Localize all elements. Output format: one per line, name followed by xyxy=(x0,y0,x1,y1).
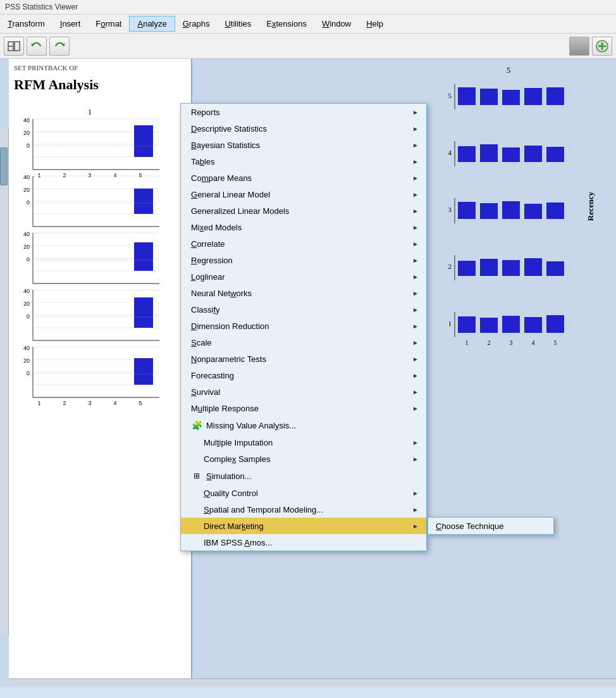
menu-general-linear[interactable]: General Linear Model ► xyxy=(181,186,426,203)
menu-correlate-label: Correlate xyxy=(191,239,407,249)
menu-simulation-label: Simulation... xyxy=(206,471,419,481)
menu-format[interactable]: Format xyxy=(88,16,129,31)
menu-quality-control[interactable]: Quality Control ► xyxy=(181,485,426,501)
menu-ibm-spss-amos[interactable]: IBM SPSS Amos... xyxy=(181,534,426,551)
quality-arrow: ► xyxy=(412,490,419,497)
menu-survival[interactable]: Survival ► xyxy=(181,383,426,400)
scroll-thumb[interactable] xyxy=(0,147,8,185)
menu-analyze[interactable]: Analyze xyxy=(129,16,175,32)
menu-neural-networks[interactable]: Neural Networks ► xyxy=(181,285,426,301)
menu-extensions[interactable]: Extensions xyxy=(259,16,314,31)
toolbar-btn-redo[interactable] xyxy=(49,37,70,56)
menu-correlate[interactable]: Correlate ► xyxy=(181,235,426,252)
regression-arrow: ► xyxy=(412,257,419,264)
svg-text:0: 0 xyxy=(27,142,30,149)
menu-utilities[interactable]: Utilities xyxy=(217,16,259,31)
menu-transform[interactable]: Transform xyxy=(0,16,52,31)
svg-text:20: 20 xyxy=(23,244,30,250)
reports-arrow: ► xyxy=(412,109,419,116)
svg-rect-138 xyxy=(546,315,564,333)
svg-rect-134 xyxy=(458,316,476,333)
nonparametric-arrow: ► xyxy=(412,356,419,363)
svg-rect-46 xyxy=(134,242,153,271)
menu-forecasting[interactable]: Forecasting ► xyxy=(181,367,426,383)
menu-window[interactable]: Window xyxy=(314,16,359,31)
spatial-arrow: ► xyxy=(412,506,419,513)
menu-missing-label: Missing Value Analysis... xyxy=(206,421,419,430)
menu-reports-label: Reports xyxy=(191,108,407,117)
menu-nonparametric-label: Nonparametric Tests xyxy=(191,354,407,364)
mixed-arrow: ► xyxy=(412,224,419,231)
svg-text:1: 1 xyxy=(37,400,40,406)
svg-text:0: 0 xyxy=(27,370,30,377)
menu-nonparametric[interactable]: Nonparametric Tests ► xyxy=(181,351,426,367)
svg-text:20: 20 xyxy=(23,301,30,307)
right-chart-svg: 5 4 xyxy=(439,78,578,388)
svg-text:20: 20 xyxy=(23,187,30,193)
direct-arrow: ► xyxy=(412,523,419,530)
toolbar-btn-undo[interactable] xyxy=(27,37,47,56)
menu-compare-label: Compare Means xyxy=(191,173,407,183)
svg-text:20: 20 xyxy=(23,130,30,136)
svg-rect-113 xyxy=(524,204,542,219)
toolbar-btn-split[interactable] xyxy=(4,37,24,56)
menu-simulation[interactable]: ⊞ Simulation... xyxy=(181,467,426,485)
bottom-scrollbar[interactable] xyxy=(9,678,616,687)
toolbar-btn-add[interactable] xyxy=(592,37,612,56)
menu-compare-means[interactable]: Compare Means ► xyxy=(181,170,426,186)
svg-text:4: 4 xyxy=(532,339,535,346)
menu-regression[interactable]: Regression ► xyxy=(181,252,426,268)
menu-window-label: Window xyxy=(322,19,351,28)
loglinear-arrow: ► xyxy=(412,273,419,280)
menu-help[interactable]: Help xyxy=(359,16,391,31)
menu-graphs[interactable]: Graphs xyxy=(175,16,218,31)
svg-text:4: 4 xyxy=(113,172,116,178)
menu-multiple-imputation[interactable]: Multiple Imputation ► xyxy=(181,434,426,451)
classify-arrow: ► xyxy=(412,306,419,313)
svg-text:2: 2 xyxy=(63,400,66,406)
menu-tables[interactable]: Tables ► xyxy=(181,153,426,170)
svg-rect-122 xyxy=(458,261,476,276)
title-text: PSS Statistics Viewer xyxy=(5,3,78,11)
menu-descriptive-stats[interactable]: Descriptive Statistics ► xyxy=(181,120,426,137)
svg-rect-98 xyxy=(458,146,476,162)
svg-text:3: 3 xyxy=(88,400,91,406)
puzzle-icon: 🧩 xyxy=(191,420,202,431)
menu-scale[interactable]: Scale ► xyxy=(181,334,426,351)
scale-arrow: ► xyxy=(412,339,419,346)
menu-direct-marketing[interactable]: Direct Marketing ► Choose Technique xyxy=(181,518,426,534)
menu-mixed-models[interactable]: Mixed Models ► xyxy=(181,219,426,235)
svg-rect-125 xyxy=(524,258,542,276)
forecasting-arrow: ► xyxy=(412,372,419,379)
svg-rect-114 xyxy=(546,203,564,219)
toolbar xyxy=(0,34,616,59)
svg-rect-89 xyxy=(524,88,542,105)
menu-multiple-response[interactable]: Multiple Response ► xyxy=(181,400,426,416)
left-scrollbar[interactable] xyxy=(0,128,9,635)
svg-rect-87 xyxy=(480,89,498,105)
svg-text:5: 5 xyxy=(139,172,142,178)
menu-missing-value[interactable]: 🧩 Missing Value Analysis... xyxy=(181,416,426,434)
svg-text:2: 2 xyxy=(488,339,491,346)
multiple-response-arrow: ► xyxy=(412,405,419,412)
generalized-arrow: ► xyxy=(412,208,419,215)
submenu-choose-technique[interactable]: Choose Technique xyxy=(428,518,553,534)
menu-reports[interactable]: Reports ► xyxy=(181,104,426,120)
svg-rect-99 xyxy=(480,144,498,162)
menu-complex-samples[interactable]: Complex Samples ► xyxy=(181,451,426,467)
menu-classify[interactable]: Classify ► xyxy=(181,301,426,318)
menu-loglinear[interactable]: Loglinear ► xyxy=(181,268,426,285)
content-area: SET PRINTBACK OF RFM Analysis 1 40 20 0 xyxy=(0,59,616,687)
menu-bayesian-stats[interactable]: Bayesian Statistics ► xyxy=(181,137,426,153)
menu-generalized-linear[interactable]: Generalized Linear Models ► xyxy=(181,203,426,219)
toolbar-btn-gray[interactable] xyxy=(569,37,589,56)
menu-survival-label: Survival xyxy=(191,387,407,397)
menu-spatial[interactable]: Spatial and Temporal Modeling... ► xyxy=(181,501,426,518)
menu-scale-label: Scale xyxy=(191,338,407,347)
title-bar: PSS Statistics Viewer xyxy=(0,0,616,15)
menu-insert[interactable]: Insert xyxy=(52,16,89,31)
menu-dimension-reduction[interactable]: Dimension Reduction ► xyxy=(181,318,426,334)
correlate-arrow: ► xyxy=(412,240,419,247)
descriptive-arrow: ► xyxy=(412,125,419,132)
menu-help-label: Help xyxy=(366,19,383,28)
